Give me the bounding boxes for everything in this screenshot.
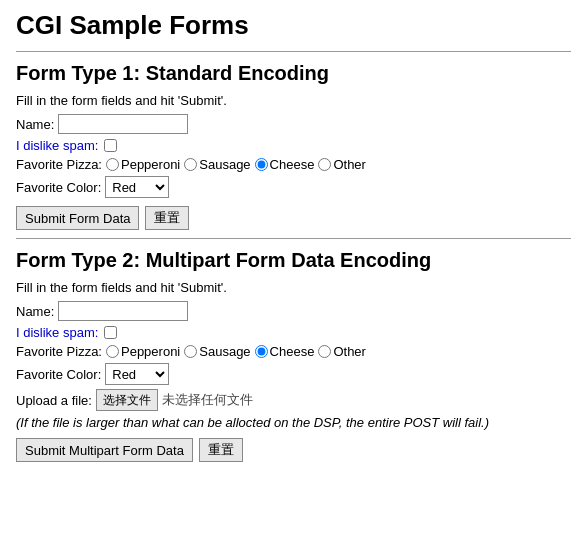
form2-color-row: Favorite Color: Red Green Blue Yellow [16,363,571,385]
form2-pizza-cheese-label: Cheese [270,344,315,359]
form2-pizza-cheese-item: Cheese [255,344,315,359]
form1-spam-checkbox[interactable] [104,139,117,152]
form2-heading: Form Type 2: Multipart Form Data Encodin… [16,249,571,272]
form2-radio-pepperoni[interactable] [106,345,119,358]
form1-pizza-cheese-label: Cheese [270,157,315,172]
form2-name-input[interactable] [58,301,188,321]
form2-section: Form Type 2: Multipart Form Data Encodin… [16,249,571,462]
form1-button-row: Submit Form Data 重置 [16,206,571,230]
form2-pizza-pepperoni-item: Pepperoni [106,344,180,359]
form2-upload-row: Upload a file: 选择文件 未选择任何文件 [16,389,571,411]
form2-name-row: Name: [16,301,571,321]
form2-button-row: Submit Multipart Form Data 重置 [16,438,571,462]
form2-no-file-text: 未选择任何文件 [162,391,253,409]
form1-pizza-sausage-label: Sausage [199,157,250,172]
form2-file-button[interactable]: 选择文件 [96,389,158,411]
form2-radio-other[interactable] [318,345,331,358]
form2-radio-cheese[interactable] [255,345,268,358]
form1-name-label: Name: [16,117,54,132]
form2-pizza-pepperoni-label: Pepperoni [121,344,180,359]
form1-pizza-other-item: Other [318,157,366,172]
form1-radio-pepperoni[interactable] [106,158,119,171]
form1-name-input[interactable] [58,114,188,134]
form1-pizza-other-label: Other [333,157,366,172]
form1-pizza-pepperoni-item: Pepperoni [106,157,180,172]
form1-heading: Form Type 1: Standard Encoding [16,62,571,85]
form1-spam-row: I dislike spam: [16,138,571,153]
divider-top [16,51,571,52]
form1-instructions: Fill in the form fields and hit 'Submit'… [16,93,571,108]
form2-spam-checkbox[interactable] [104,326,117,339]
divider-middle [16,238,571,239]
form1-section: Form Type 1: Standard Encoding Fill in t… [16,62,571,230]
form1-pizza-sausage-item: Sausage [184,157,250,172]
form2-pizza-row: Favorite Pizza: Pepperoni Sausage Cheese… [16,344,571,359]
form2-name-label: Name: [16,304,54,319]
form1-pizza-label: Favorite Pizza: [16,157,102,172]
form2-submit-button[interactable]: Submit Multipart Form Data [16,438,193,462]
form1-reset-button[interactable]: 重置 [145,206,189,230]
form1-pizza-pepperoni-label: Pepperoni [121,157,180,172]
form2-reset-button[interactable]: 重置 [199,438,243,462]
form1-radio-cheese[interactable] [255,158,268,171]
form2-spam-label: I dislike spam: [16,325,98,340]
form1-name-row: Name: [16,114,571,134]
form1-color-select[interactable]: Red Green Blue Yellow [105,176,169,198]
form2-color-select[interactable]: Red Green Blue Yellow [105,363,169,385]
form1-color-row: Favorite Color: Red Green Blue Yellow [16,176,571,198]
form2-spam-row: I dislike spam: [16,325,571,340]
form1-color-label: Favorite Color: [16,180,101,195]
form2-instructions: Fill in the form fields and hit 'Submit'… [16,280,571,295]
form2-pizza-sausage-label: Sausage [199,344,250,359]
form2-pizza-other-label: Other [333,344,366,359]
form1-spam-label: I dislike spam: [16,138,98,153]
form1-submit-button[interactable]: Submit Form Data [16,206,139,230]
form1-pizza-group: Pepperoni Sausage Cheese Other [106,157,366,172]
page-title: CGI Sample Forms [16,10,571,41]
form2-radio-sausage[interactable] [184,345,197,358]
form1-pizza-cheese-item: Cheese [255,157,315,172]
form2-pizza-other-item: Other [318,344,366,359]
form2-upload-label: Upload a file: [16,393,92,408]
form2-pizza-label: Favorite Pizza: [16,344,102,359]
form1-radio-other[interactable] [318,158,331,171]
form2-color-label: Favorite Color: [16,367,101,382]
form1-pizza-row: Favorite Pizza: Pepperoni Sausage Cheese… [16,157,571,172]
form1-radio-sausage[interactable] [184,158,197,171]
form2-pizza-group: Pepperoni Sausage Cheese Other [106,344,366,359]
form2-dsp-warning: (If the file is larger than what can be … [16,415,571,430]
form2-pizza-sausage-item: Sausage [184,344,250,359]
